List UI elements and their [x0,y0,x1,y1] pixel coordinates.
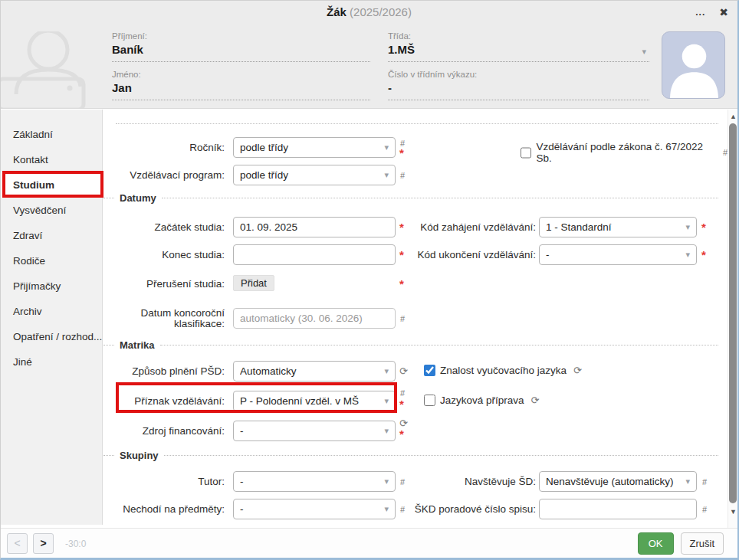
program-label: Vzdělávací program: [103,165,225,185]
chevron-down-icon: ▾ [642,47,646,57]
chevron-down-icon: ▾ [384,170,389,180]
field-lastname: Příjmení: Baník [112,31,370,62]
lastname-input[interactable]: Baník [112,43,370,62]
priznak-dropdown[interactable]: P - Polodenní vzděl. v MŠ ▾ [233,391,396,411]
sidebar-item-vysvedceni[interactable]: Vysvědčení [1,198,102,223]
zpusob-dropdown[interactable]: Automaticky ▾ [233,361,396,382]
cancel-button[interactable]: Zrušit [681,532,724,555]
ok-button[interactable]: OK [638,532,674,555]
zacatek-value: 01. 09. 2025 [240,221,389,233]
sidebar-item-zakladni[interactable]: Základní [1,122,102,147]
sidebar-item-studium[interactable]: Studium [1,172,102,198]
kod-ukonceni-value: - [546,249,682,260]
preruseni-label: Přerušení studia: [103,273,225,294]
chevron-down-icon: ▾ [685,222,690,232]
required-asterisk-icon: * [399,280,404,289]
tutor-label: Tutor: [103,471,225,492]
zacatek-input[interactable]: 01. 09. 2025 [233,217,396,237]
tutor-dropdown[interactable]: - ▾ [233,471,396,492]
sidebar: Základní Kontakt Studium Vysvědčení Zdra… [1,110,103,525]
kod-zahajeni-dropdown[interactable]: 1 - Standardní ▾ [539,217,697,237]
chevron-down-icon: ▾ [384,476,389,486]
datum-klasifikace-input[interactable]: automaticky (30. 06. 2026) [233,308,396,329]
sidebar-item-prijimacky[interactable]: Přijímačky [1,273,102,299]
sidebar-item-kontakt[interactable]: Kontakt [1,147,102,172]
class-number-value: - [388,81,649,100]
sidebar-item-archiv[interactable]: Archiv [1,299,102,324]
znalost-checkbox-label: Znalost vyučovacího jazyka [440,365,567,376]
program-value: podle třídy [240,169,381,181]
dialog-title-year: (2025/2026) [350,5,412,18]
scrollbar-thumb[interactable] [729,123,737,503]
znalost-checkbox[interactable] [424,365,435,376]
next-record-button[interactable]: > [33,533,54,554]
chevron-down-icon: ▾ [685,250,690,260]
nechodi-label: Nechodí na předměty: [103,499,225,519]
firstname-input[interactable]: Jan [112,81,370,100]
refresh-icon[interactable]: ⟳ [573,366,582,375]
program-dropdown[interactable]: podle třídy ▾ [233,165,396,185]
close-icon[interactable]: ✖ [719,7,728,18]
vertical-scrollbar[interactable]: ▲ ▼ [728,110,737,528]
zakon-checkbox[interactable] [521,147,531,159]
class-label: Třída: [388,31,649,41]
student-photo-placeholder[interactable] [662,31,725,99]
student-header: Příjmení: Baník Třída: 1.MŠ ▾ Jméno: Jan… [1,24,737,109]
nechodi-dropdown[interactable]: - ▾ [233,499,396,519]
required-asterisk-icon: * [701,251,706,260]
konec-input[interactable] [233,244,396,265]
jazykova-checkbox[interactable] [424,395,435,406]
skd-label: ŠKD poradové číslo spisu: [395,499,536,519]
dialog-footer: < > -30:0 OK Zrušit [1,528,737,558]
chevron-down-icon: ▾ [384,142,389,152]
navstevuje-dropdown[interactable]: Nenavštěvuje (automaticky) ▾ [539,471,697,492]
zdroj-value: - [240,425,381,437]
section-skupiny: Skupiny [103,450,718,461]
rocnik-value: podle třídy [240,142,381,153]
konec-label: Konec studia: [103,244,225,265]
chevron-down-icon: ▾ [384,366,389,376]
hash-icon: # [702,505,707,514]
person-silhouette-icon [662,32,725,99]
zacatek-label: Začátek studia: [103,217,225,237]
skd-input[interactable] [539,499,697,519]
refresh-icon[interactable]: ⟳ [399,367,408,376]
zpusob-label: Způsob plnění PŠD: [103,361,225,382]
znalost-checkbox-row: Znalost vyučovacího jazyka ⟳ [424,365,582,376]
sidebar-item-opatreni[interactable]: Opatření / rozhod... [1,324,102,349]
required-asterisk-icon: * [701,223,706,232]
class-number-label: Číslo v třídním výkazu: [388,70,649,79]
more-options-icon[interactable]: ... [695,8,705,17]
navstevuje-value: Nenavštěvuje (automaticky) [546,476,682,487]
chevron-down-icon: ▾ [384,396,389,406]
prev-record-button[interactable]: < [7,533,28,554]
zakon-checkbox-label: Vzdělávání podle zákona č. 67/2022 Sb. [536,141,714,164]
kod-ukonceni-label: Kód ukončení vzdělávání: [395,244,536,265]
nechodi-value: - [240,503,381,515]
sidebar-item-zdravi[interactable]: Zdraví [1,223,102,248]
section-skupiny-label: Skupiny [120,450,159,461]
required-asterisk-icon: * [399,400,404,409]
sidebar-item-jine[interactable]: Jiné [1,349,102,375]
zdroj-dropdown[interactable]: - ▾ [233,421,396,441]
kod-zahajeni-label: Kód zahájení vzdělávání: [395,217,536,237]
datum-klasifikace-value: automaticky (30. 06. 2026) [240,313,389,324]
refresh-icon[interactable]: ⟳ [531,396,540,405]
rocnik-dropdown[interactable]: podle třídy ▾ [233,137,396,158]
section-datumy: Datumy [103,192,718,204]
dialog-title-text: Žák [327,5,347,18]
scroll-up-icon[interactable]: ▲ [728,111,738,122]
hash-icon: # [702,477,707,486]
pridat-button[interactable]: Přidat [233,275,274,291]
class-dropdown[interactable]: 1.MŠ ▾ [388,43,649,62]
navstevuje-label: Navštěvuje ŠD: [395,471,536,492]
field-class-number: Číslo v třídním výkazu: - [388,70,649,100]
required-asterisk-icon: * [399,430,404,439]
sidebar-item-rodice[interactable]: Rodiče [1,248,102,273]
kod-ukonceni-dropdown[interactable]: - ▾ [539,244,697,265]
tutor-value: - [240,476,381,487]
required-asterisk-icon: * [399,149,404,158]
zakon-checkbox-row: Vzdělávání podle zákona č. 67/2022 Sb. # [521,141,728,164]
section-matrika-label: Matrika [120,339,155,351]
scroll-down-icon[interactable]: ▼ [728,506,738,517]
